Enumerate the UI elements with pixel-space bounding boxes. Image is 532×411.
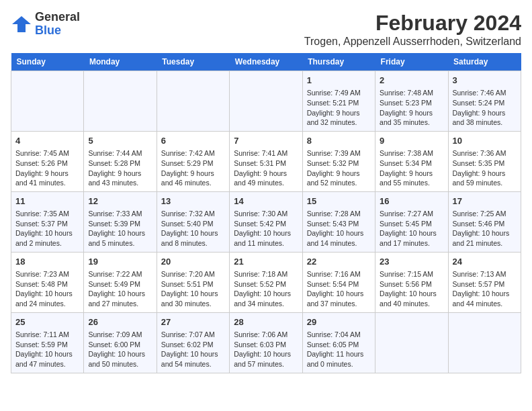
day-detail: Sunrise: 7:36 AM Sunset: 5:35 PM Dayligh… xyxy=(453,148,517,188)
calendar-cell: 19Sunrise: 7:22 AM Sunset: 5:49 PM Dayli… xyxy=(84,252,157,312)
title-block: February 2024 Trogen, Appenzell Ausserrh… xyxy=(304,11,521,48)
day-number: 18 xyxy=(15,256,79,268)
location-title: Trogen, Appenzell Ausserrhoden, Switzerl… xyxy=(304,36,521,48)
logo-text: General Blue xyxy=(35,11,80,38)
calendar-cell: 2Sunrise: 7:48 AM Sunset: 5:23 PM Daylig… xyxy=(375,71,448,132)
day-number: 16 xyxy=(380,195,443,208)
calendar-cell xyxy=(157,71,229,132)
day-number: 8 xyxy=(307,135,371,147)
calendar-cell: 10Sunrise: 7:36 AM Sunset: 5:35 PM Dayli… xyxy=(448,131,521,191)
calendar-cell: 15Sunrise: 7:28 AM Sunset: 5:43 PM Dayli… xyxy=(302,191,375,252)
day-detail: Sunrise: 7:20 AM Sunset: 5:51 PM Dayligh… xyxy=(161,269,225,309)
calendar-cell: 1Sunrise: 7:49 AM Sunset: 5:21 PM Daylig… xyxy=(302,71,375,132)
day-detail: Sunrise: 7:04 AM Sunset: 6:05 PM Dayligh… xyxy=(307,330,371,369)
day-number: 19 xyxy=(88,256,152,268)
calendar-cell xyxy=(84,71,157,132)
day-detail: Sunrise: 7:13 AM Sunset: 5:57 PM Dayligh… xyxy=(453,269,517,309)
day-detail: Sunrise: 7:30 AM Sunset: 5:42 PM Dayligh… xyxy=(234,209,298,248)
weekday-header: Wednesday xyxy=(230,53,302,71)
calendar-cell xyxy=(11,71,84,132)
day-number: 3 xyxy=(453,75,517,87)
calendar-cell: 24Sunrise: 7:13 AM Sunset: 5:57 PM Dayli… xyxy=(448,252,521,312)
day-number: 20 xyxy=(161,256,225,268)
calendar-cell xyxy=(230,71,302,132)
page-header: General Blue February 2024 Trogen, Appen… xyxy=(11,11,521,48)
calendar-week-row: 25Sunrise: 7:11 AM Sunset: 5:59 PM Dayli… xyxy=(11,312,521,373)
day-number: 27 xyxy=(161,316,225,328)
weekday-header: Thursday xyxy=(302,53,375,71)
day-number: 4 xyxy=(15,135,79,147)
day-detail: Sunrise: 7:39 AM Sunset: 5:32 PM Dayligh… xyxy=(307,148,371,188)
logo: General Blue xyxy=(11,11,80,38)
day-number: 14 xyxy=(234,195,298,208)
calendar-week-row: 18Sunrise: 7:23 AM Sunset: 5:48 PM Dayli… xyxy=(11,252,521,312)
day-detail: Sunrise: 7:44 AM Sunset: 5:28 PM Dayligh… xyxy=(88,148,152,188)
calendar-week-row: 1Sunrise: 7:49 AM Sunset: 5:21 PM Daylig… xyxy=(11,71,521,132)
day-number: 25 xyxy=(15,316,79,328)
calendar-cell: 22Sunrise: 7:16 AM Sunset: 5:54 PM Dayli… xyxy=(302,252,375,312)
calendar-cell: 7Sunrise: 7:41 AM Sunset: 5:31 PM Daylig… xyxy=(230,131,302,191)
calendar-cell: 14Sunrise: 7:30 AM Sunset: 5:42 PM Dayli… xyxy=(230,191,302,252)
day-detail: Sunrise: 7:25 AM Sunset: 5:46 PM Dayligh… xyxy=(453,209,517,248)
day-detail: Sunrise: 7:27 AM Sunset: 5:45 PM Dayligh… xyxy=(380,209,443,248)
calendar-cell: 8Sunrise: 7:39 AM Sunset: 5:32 PM Daylig… xyxy=(302,131,375,191)
calendar-cell: 11Sunrise: 7:35 AM Sunset: 5:37 PM Dayli… xyxy=(11,191,84,252)
calendar-cell: 13Sunrise: 7:32 AM Sunset: 5:40 PM Dayli… xyxy=(157,191,229,252)
calendar-cell: 5Sunrise: 7:44 AM Sunset: 5:28 PM Daylig… xyxy=(84,131,157,191)
calendar-cell: 12Sunrise: 7:33 AM Sunset: 5:39 PM Dayli… xyxy=(84,191,157,252)
calendar-cell: 29Sunrise: 7:04 AM Sunset: 6:05 PM Dayli… xyxy=(302,312,375,373)
day-detail: Sunrise: 7:07 AM Sunset: 6:02 PM Dayligh… xyxy=(161,330,225,369)
day-number: 2 xyxy=(380,75,443,87)
day-number: 17 xyxy=(453,195,517,208)
weekday-header: Friday xyxy=(375,53,448,71)
weekday-header: Sunday xyxy=(11,53,84,71)
day-number: 29 xyxy=(307,316,371,328)
calendar-cell: 16Sunrise: 7:27 AM Sunset: 5:45 PM Dayli… xyxy=(375,191,448,252)
day-detail: Sunrise: 7:35 AM Sunset: 5:37 PM Dayligh… xyxy=(15,209,79,248)
day-detail: Sunrise: 7:38 AM Sunset: 5:34 PM Dayligh… xyxy=(380,148,443,188)
calendar-table: SundayMondayTuesdayWednesdayThursdayFrid… xyxy=(11,53,521,373)
calendar-cell xyxy=(448,312,521,373)
day-number: 10 xyxy=(453,135,517,147)
day-detail: Sunrise: 7:45 AM Sunset: 5:26 PM Dayligh… xyxy=(15,148,79,188)
day-number: 7 xyxy=(234,135,298,147)
day-detail: Sunrise: 7:28 AM Sunset: 5:43 PM Dayligh… xyxy=(307,209,371,248)
weekday-header: Saturday xyxy=(448,53,521,71)
calendar-cell: 25Sunrise: 7:11 AM Sunset: 5:59 PM Dayli… xyxy=(11,312,84,373)
day-detail: Sunrise: 7:22 AM Sunset: 5:49 PM Dayligh… xyxy=(88,269,152,309)
day-detail: Sunrise: 7:18 AM Sunset: 5:52 PM Dayligh… xyxy=(234,269,298,309)
day-detail: Sunrise: 7:42 AM Sunset: 5:29 PM Dayligh… xyxy=(161,148,225,188)
calendar-cell xyxy=(375,312,448,373)
weekday-header-row: SundayMondayTuesdayWednesdayThursdayFrid… xyxy=(11,53,521,71)
day-detail: Sunrise: 7:16 AM Sunset: 5:54 PM Dayligh… xyxy=(307,269,371,309)
day-detail: Sunrise: 7:46 AM Sunset: 5:24 PM Dayligh… xyxy=(453,88,517,128)
calendar-cell: 3Sunrise: 7:46 AM Sunset: 5:24 PM Daylig… xyxy=(448,71,521,132)
day-number: 1 xyxy=(307,75,371,87)
day-detail: Sunrise: 7:33 AM Sunset: 5:39 PM Dayligh… xyxy=(88,209,152,248)
calendar-cell: 28Sunrise: 7:06 AM Sunset: 6:03 PM Dayli… xyxy=(230,312,302,373)
month-title: February 2024 xyxy=(304,11,521,36)
day-number: 15 xyxy=(307,195,371,208)
day-detail: Sunrise: 7:32 AM Sunset: 5:40 PM Dayligh… xyxy=(161,209,225,248)
day-number: 22 xyxy=(307,256,371,268)
calendar-cell: 9Sunrise: 7:38 AM Sunset: 5:34 PM Daylig… xyxy=(375,131,448,191)
day-number: 12 xyxy=(88,195,152,208)
day-number: 11 xyxy=(15,195,79,208)
day-detail: Sunrise: 7:09 AM Sunset: 6:00 PM Dayligh… xyxy=(88,330,152,369)
day-number: 9 xyxy=(380,135,443,147)
calendar-week-row: 4Sunrise: 7:45 AM Sunset: 5:26 PM Daylig… xyxy=(11,131,521,191)
day-number: 23 xyxy=(380,256,443,268)
day-number: 28 xyxy=(234,316,298,328)
calendar-cell: 17Sunrise: 7:25 AM Sunset: 5:46 PM Dayli… xyxy=(448,191,521,252)
day-detail: Sunrise: 7:41 AM Sunset: 5:31 PM Dayligh… xyxy=(234,148,298,188)
calendar-cell: 6Sunrise: 7:42 AM Sunset: 5:29 PM Daylig… xyxy=(157,131,229,191)
day-number: 24 xyxy=(453,256,517,268)
svg-marker-0 xyxy=(12,16,31,32)
calendar-cell: 20Sunrise: 7:20 AM Sunset: 5:51 PM Dayli… xyxy=(157,252,229,312)
weekday-header: Tuesday xyxy=(157,53,229,71)
day-number: 5 xyxy=(88,135,152,147)
calendar-cell: 27Sunrise: 7:07 AM Sunset: 6:02 PM Dayli… xyxy=(157,312,229,373)
calendar-cell: 4Sunrise: 7:45 AM Sunset: 5:26 PM Daylig… xyxy=(11,131,84,191)
day-number: 26 xyxy=(88,316,152,328)
day-detail: Sunrise: 7:11 AM Sunset: 5:59 PM Dayligh… xyxy=(15,330,79,369)
